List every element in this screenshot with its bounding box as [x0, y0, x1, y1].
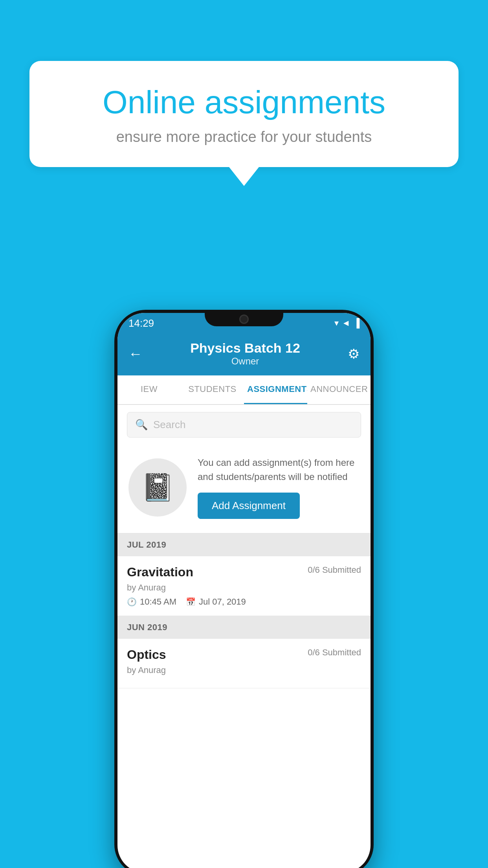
assignment-row1-optics: Optics 0/6 Submitted	[127, 647, 361, 662]
battery-icon: ▐	[353, 318, 360, 328]
search-placeholder: Search	[153, 419, 185, 431]
search-icon: 🔍	[135, 419, 148, 431]
meta-time-gravitation: 🕐 10:45 AM	[127, 597, 176, 607]
speech-bubble-tail	[229, 167, 259, 186]
add-assignment-promo: 📓 You can add assignment(s) from here an…	[117, 445, 371, 533]
section-header-jul: JUL 2019	[117, 533, 371, 556]
status-time: 14:29	[128, 317, 154, 329]
bubble-subtitle: ensure more practice for your students	[57, 129, 431, 145]
assignment-name-gravitation: Gravitation	[127, 565, 193, 579]
promo-icon-circle: 📓	[128, 458, 187, 517]
assignment-submitted-optics: 0/6 Submitted	[308, 647, 361, 658]
phone-notch	[205, 310, 283, 326]
bubble-title: Online assignments	[57, 85, 431, 120]
header-title: Physics Batch 12	[190, 340, 300, 356]
calendar-icon: 📅	[186, 597, 196, 607]
meta-date-gravitation: 📅 Jul 07, 2019	[186, 597, 246, 607]
tabs-container: IEW STUDENTS ASSIGNMENTS ANNOUNCER	[117, 375, 371, 405]
assignment-date-gravitation: Jul 07, 2019	[199, 597, 246, 607]
phone-camera	[239, 314, 249, 324]
tab-students[interactable]: STUDENTS	[181, 375, 244, 404]
notebook-icon: 📓	[141, 472, 174, 503]
back-button[interactable]: ←	[128, 346, 143, 362]
settings-icon[interactable]: ⚙	[348, 346, 360, 362]
tab-assignments[interactable]: ASSIGNMENTS	[244, 375, 307, 404]
tab-announcements[interactable]: ANNOUNCER	[307, 375, 371, 404]
search-bar: 🔍 Search	[117, 405, 371, 445]
speech-bubble-container: Online assignments ensure more practice …	[29, 61, 459, 186]
phone-screen-inner: 14:29 ▾ ◄ ▐ ← Physics Batch 12 Owner ⚙ I…	[117, 313, 371, 868]
search-input-wrapper[interactable]: 🔍 Search	[127, 412, 361, 438]
assignment-time-gravitation: 10:45 AM	[140, 597, 176, 607]
tab-iew[interactable]: IEW	[117, 375, 181, 404]
app-header: ← Physics Batch 12 Owner ⚙	[117, 333, 371, 375]
section-header-jun: JUN 2019	[117, 616, 371, 639]
assignment-name-optics: Optics	[127, 647, 166, 662]
assignment-by-optics: by Anurag	[127, 665, 361, 675]
phone-frame: 14:29 ▾ ◄ ▐ ← Physics Batch 12 Owner ⚙ I…	[114, 310, 374, 868]
assignment-submitted-gravitation: 0/6 Submitted	[308, 565, 361, 575]
assignment-by-gravitation: by Anurag	[127, 583, 361, 593]
header-center: Physics Batch 12 Owner	[190, 340, 300, 367]
assignment-item-gravitation[interactable]: Gravitation 0/6 Submitted by Anurag 🕐 10…	[117, 556, 371, 616]
assignment-meta-gravitation: 🕐 10:45 AM 📅 Jul 07, 2019	[127, 597, 361, 607]
clock-icon: 🕐	[127, 597, 137, 607]
promo-text: You can add assignment(s) from here and …	[198, 456, 360, 484]
assignment-row1: Gravitation 0/6 Submitted	[127, 565, 361, 579]
header-subtitle: Owner	[190, 356, 300, 367]
wifi-icon: ▾	[334, 318, 339, 328]
status-icons: ▾ ◄ ▐	[334, 318, 360, 328]
add-assignment-button[interactable]: Add Assignment	[198, 493, 300, 519]
signal-icon: ◄	[342, 318, 350, 328]
assignment-item-optics[interactable]: Optics 0/6 Submitted by Anurag	[117, 639, 371, 688]
speech-bubble: Online assignments ensure more practice …	[29, 61, 459, 167]
promo-content: You can add assignment(s) from here and …	[198, 456, 360, 519]
